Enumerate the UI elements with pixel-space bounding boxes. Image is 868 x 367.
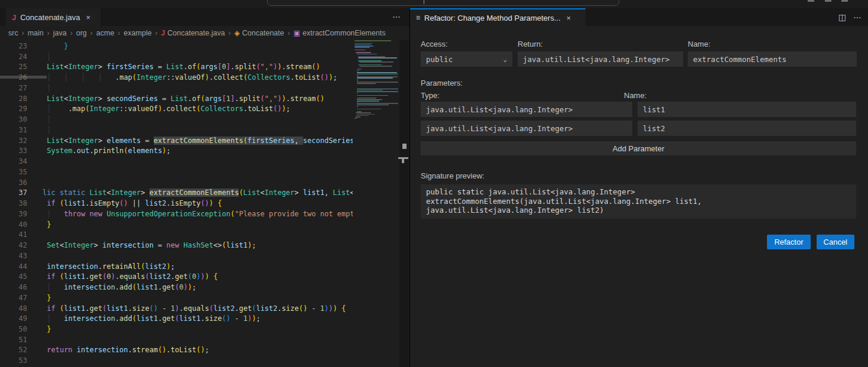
code-text: │ │ │ │ .map(Integer::valueOf).collect(C… [43, 73, 337, 83]
code-line-39[interactable]: 39 │ throw new UnsupportedOperationExcep… [0, 209, 353, 220]
code-text: │ throw new UnsupportedOperationExceptio… [43, 209, 353, 220]
refactor-button[interactable]: Refactor [767, 235, 810, 249]
code-line-31[interactable]: 31 │ [0, 125, 353, 136]
code-text: Set<Integer> intersection = new HashSet<… [43, 241, 256, 251]
split-editor-icon[interactable]: ◫ [838, 12, 846, 22]
breadcrumb-separator: › [118, 29, 120, 37]
code-line-33[interactable]: 33 System.out.println(elements); [0, 146, 353, 157]
code-line-50[interactable]: 50 } [0, 324, 353, 335]
code-line-41[interactable]: 41 [0, 230, 353, 241]
method-name-input[interactable]: extractCommonElements [688, 51, 857, 67]
code-line-36[interactable]: 36 [0, 178, 353, 189]
code-line-51[interactable]: 51 [0, 335, 353, 346]
add-parameter-button[interactable]: Add Parameter [421, 141, 856, 155]
breadcrumb-item-acme[interactable]: acme [96, 29, 115, 37]
tab-concatenate-java[interactable]: J Concatenate.java × [6, 8, 102, 26]
code-line-42[interactable]: 42 Set<Integer> intersection = new HashS… [0, 241, 353, 251]
code-line-26[interactable]: 26 │ │ │ │ .map(Integer::valueOf).collec… [0, 73, 353, 83]
breadcrumb-item-org[interactable]: org [76, 29, 87, 37]
code-editor[interactable]: 23 }24 │25 List<Integer> firstSeries = L… [0, 40, 409, 367]
param-type-header: Type: [421, 91, 440, 100]
panel-more-actions-icon[interactable]: ⋯ [853, 12, 862, 22]
code-text: } [43, 41, 68, 52]
line-number: 46 [0, 282, 27, 293]
param-type-input-2[interactable]: java.util.List<java.lang.Integer> [421, 121, 632, 136]
code-text: │ .map(Integer::valueOf).collect(Collect… [43, 104, 290, 115]
code-text: │ intersection.add(list1.get(0)); [43, 282, 196, 293]
code-line-23[interactable]: 23 } [0, 41, 353, 52]
param-name-input-1[interactable]: list1 [638, 102, 856, 117]
code-line-32[interactable]: 32 List<Integer> elements = extractCommo… [0, 136, 353, 147]
code-text: intersection.retainAll(list2); [43, 262, 175, 272]
editor-scrollbar[interactable] [399, 40, 409, 367]
code-line-24[interactable]: 24 │ [0, 52, 353, 63]
breadcrumb-item-example[interactable]: example [123, 29, 151, 37]
code-line-45[interactable]: 45 if (list1.get(0).equals(list2.get(0))… [0, 272, 353, 282]
code-line-44[interactable]: 44 intersection.retainAll(list2); [0, 262, 353, 272]
editor-more-actions-icon[interactable]: ⋯ [392, 12, 401, 21]
code-line-48[interactable]: 48 if (list1.get(list1.size() - 1).equal… [0, 304, 353, 314]
return-type-input[interactable]: java.util.List<java.lang.Integer> [518, 51, 683, 67]
breadcrumb-separator: › [155, 29, 158, 37]
code-line-43[interactable]: 43 [0, 251, 353, 262]
code-line-25[interactable]: 25 List<Integer> firstSeries = List.of(a… [0, 62, 353, 73]
line-number: 40 [0, 220, 27, 230]
breadcrumb-item-concatenate[interactable]: ◈Concatenate [235, 29, 284, 37]
code-line-27[interactable]: 27 │ [0, 83, 353, 94]
code-line-28[interactable]: 28 List<Integer> secondSeries = List.of(… [0, 94, 353, 105]
code-line-40[interactable]: 40 } [0, 220, 353, 230]
code-line-35[interactable]: 35 [0, 167, 353, 178]
line-number: 43 [0, 251, 27, 262]
code-text: │ intersection.add(list1.get(list1.size(… [43, 314, 261, 324]
quick-input-box[interactable] [267, 0, 619, 6]
param-name-header: Name: [624, 91, 646, 100]
tab-close-icon[interactable]: × [86, 13, 90, 22]
code-text: List<Integer> secondSeries = List.of(arg… [43, 94, 324, 105]
breadcrumb-separator: › [22, 29, 24, 37]
code-line-47[interactable]: 47 } [0, 293, 353, 304]
code-line-37[interactable]: 37lic static List<Integer> extractCommon… [0, 188, 353, 199]
code-line-29[interactable]: 29 │ .map(Integer::valueOf).collect(Coll… [0, 104, 353, 115]
code-line-53[interactable]: 53 [0, 356, 353, 366]
scrollbar-decoration [402, 159, 404, 163]
minimap[interactable] [353, 40, 399, 367]
code-line-49[interactable]: 49 │ intersection.add(list1.get(list1.si… [0, 314, 353, 324]
breadcrumb-separator: › [229, 29, 231, 37]
code-line-30[interactable]: 30 │ [0, 115, 353, 125]
line-number: 51 [0, 335, 27, 346]
line-number: 28 [0, 94, 27, 105]
access-select[interactable]: public ⌄ [421, 51, 512, 67]
chevron-down-icon: ⌄ [503, 56, 507, 63]
signature-preview: public static java.util.List<java.lang.I… [421, 184, 856, 219]
param-name-input-2[interactable]: list2 [638, 121, 856, 136]
code-text: │ [43, 52, 51, 63]
code-line-52[interactable]: 52 return intersection.stream().toList()… [0, 345, 353, 356]
breadcrumb-separator: › [288, 29, 290, 37]
tab-refactor-change-method-parameters[interactable]: ≡ Refactor: Change Method Parameters... … [410, 8, 586, 26]
breadcrumb-item-extractcommonelements[interactable]: ▣extractCommonElements [294, 29, 386, 37]
cancel-button[interactable]: Cancel [817, 235, 854, 249]
java-file-icon: J [12, 13, 16, 22]
line-number: 52 [0, 345, 27, 356]
code-line-38[interactable]: 38 if (list1.isEmpty() || list2.isEmpty(… [0, 199, 353, 209]
code-line-46[interactable]: 46 │ intersection.add(list1.get(0)); [0, 282, 353, 293]
code-text: if (list1.get(list1.size() - 1).equals(l… [43, 304, 346, 314]
code-text: │ [43, 83, 51, 94]
code-text: if (list1.isEmpty() || list2.isEmpty()) … [43, 199, 222, 209]
line-number: 37 [0, 188, 27, 199]
window-maximize-icon[interactable] [825, 0, 831, 2]
window-minimize-icon[interactable] [808, 0, 814, 2]
window-close-icon[interactable] [841, 0, 848, 2]
breadcrumb-item-src[interactable]: src [8, 29, 18, 37]
minimap-highlight-band [0, 76, 47, 79]
breadcrumb-item-concatenate-java[interactable]: JConcatenate.java [161, 29, 225, 37]
code-text: return intersection.stream().toList(); [43, 345, 209, 356]
breadcrumb-item-java[interactable]: java [53, 29, 67, 37]
line-number: 25 [0, 62, 27, 73]
line-number: 47 [0, 293, 27, 304]
param-type-input-1[interactable]: java.util.List<java.lang.Integer> [421, 102, 632, 117]
code-line-34[interactable]: 34 [0, 157, 353, 167]
code-text: } [43, 324, 51, 335]
panel-tab-close-icon[interactable]: × [567, 14, 571, 22]
breadcrumb-item-main[interactable]: main [28, 29, 44, 37]
